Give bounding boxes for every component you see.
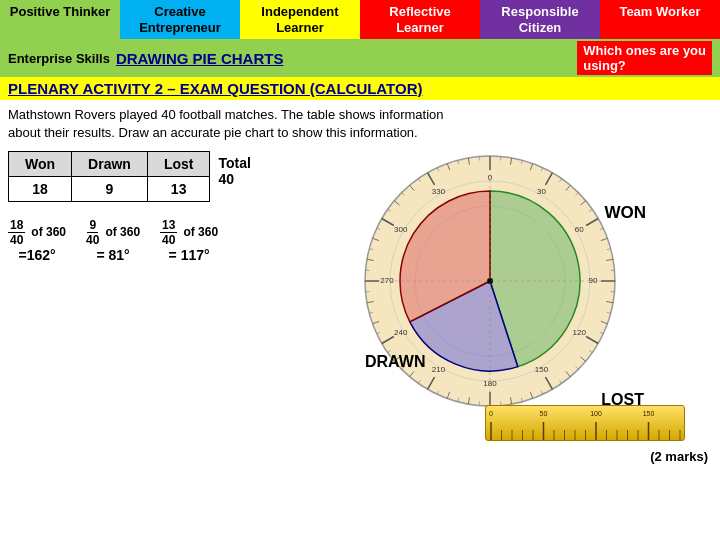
val-lost: 13 bbox=[147, 176, 210, 201]
svg-text:330: 330 bbox=[432, 186, 446, 195]
protractor-section: 0306090120150180210240270300330 WON DRAW… bbox=[298, 151, 712, 441]
col-drawn: Drawn bbox=[72, 151, 148, 176]
svg-text:150: 150 bbox=[535, 365, 549, 374]
result-won: =162° bbox=[18, 247, 55, 263]
tab-creative-label: Creative Entrepreneur bbox=[139, 4, 221, 35]
tab-positive-label: Positive Thinker bbox=[10, 4, 110, 19]
svg-text:150: 150 bbox=[643, 410, 655, 417]
ruler-svg: 050100150 bbox=[486, 406, 685, 441]
result-lost: = 117° bbox=[169, 247, 210, 263]
tab-independent-label: Independent Learner bbox=[261, 4, 338, 35]
svg-text:0: 0 bbox=[488, 173, 493, 182]
drawn-label: DRAWN bbox=[365, 353, 425, 371]
fraction-won: 18 40 bbox=[8, 218, 25, 247]
frac-won-num: 18 bbox=[8, 218, 25, 233]
of-won: of 360 bbox=[31, 225, 66, 239]
plenary-bar: PLENARY ACTIVITY 2 – EXAM QUESTION (CALC… bbox=[0, 77, 720, 100]
result-drawn: = 81° bbox=[96, 247, 129, 263]
tab-responsible[interactable]: Responsible Citizen bbox=[480, 0, 600, 39]
svg-text:180: 180 bbox=[483, 379, 497, 388]
tab-creative[interactable]: Creative Entrepreneur bbox=[120, 0, 240, 39]
col-lost: Lost bbox=[147, 151, 210, 176]
col-won: Won bbox=[9, 151, 72, 176]
enterprise-bar: Enterprise Skills DRAWING PIE CHARTS Whi… bbox=[0, 39, 720, 77]
of-drawn: of 360 bbox=[105, 225, 140, 239]
tab-reflective-label: Reflective Learner bbox=[389, 4, 450, 35]
description-line1: Mathstown Rovers played 40 football matc… bbox=[8, 107, 444, 122]
calc-drawn: 9 40 of 360 = 81° bbox=[86, 218, 140, 263]
header-tabs: Positive Thinker Creative Entrepreneur I… bbox=[0, 0, 720, 39]
total-header: Total bbox=[218, 155, 250, 171]
svg-text:90: 90 bbox=[589, 276, 598, 285]
calc-lost: 13 40 of 360 = 117° bbox=[160, 218, 218, 263]
fraction-lost: 13 40 bbox=[160, 218, 177, 247]
description-line2: about their results. Draw an accurate pi… bbox=[8, 125, 418, 140]
total-value: 40 bbox=[218, 171, 234, 187]
val-drawn: 9 bbox=[72, 176, 148, 201]
results-table: Won Drawn Lost 18 9 13 bbox=[8, 151, 210, 202]
fraction-drawn: 9 40 bbox=[86, 218, 99, 247]
frac-drawn-num: 9 bbox=[87, 218, 98, 233]
enterprise-label: Enterprise Skills bbox=[8, 51, 110, 66]
ruler: 050100150 bbox=[485, 405, 685, 441]
svg-text:30: 30 bbox=[537, 186, 546, 195]
frac-lost-num: 13 bbox=[160, 218, 177, 233]
tab-positive[interactable]: Positive Thinker bbox=[0, 0, 120, 39]
calc-section: 18 40 of 360 =162° 9 40 of 360 = 81° bbox=[8, 218, 288, 263]
svg-text:0: 0 bbox=[489, 410, 493, 417]
val-won: 18 bbox=[9, 176, 72, 201]
svg-text:210: 210 bbox=[432, 365, 446, 374]
marks-footer: (2 marks) bbox=[0, 445, 720, 468]
tab-reflective[interactable]: Reflective Learner bbox=[360, 0, 480, 39]
svg-text:270: 270 bbox=[380, 276, 394, 285]
drawing-title: DRAWING PIE CHARTS bbox=[116, 50, 567, 67]
tab-team[interactable]: Team Worker bbox=[600, 0, 720, 39]
of-lost: of 360 bbox=[183, 225, 218, 239]
svg-text:60: 60 bbox=[575, 224, 584, 233]
tab-team-label: Team Worker bbox=[619, 4, 700, 19]
frac-drawn-den: 40 bbox=[86, 233, 99, 247]
marks-text: (2 marks) bbox=[650, 449, 708, 464]
tab-independent[interactable]: Independent Learner bbox=[240, 0, 360, 39]
description: Mathstown Rovers played 40 football matc… bbox=[0, 100, 720, 146]
table-section: Won Drawn Lost 18 9 13 Total 40 bbox=[8, 151, 288, 441]
main-content: Won Drawn Lost 18 9 13 Total 40 bbox=[0, 147, 720, 445]
calc-won: 18 40 of 360 =162° bbox=[8, 218, 66, 263]
plenary-title: PLENARY ACTIVITY 2 – EXAM QUESTION (CALC… bbox=[8, 80, 422, 97]
svg-text:100: 100 bbox=[590, 410, 602, 417]
won-label: WON bbox=[604, 203, 646, 223]
svg-text:300: 300 bbox=[394, 224, 408, 233]
svg-text:240: 240 bbox=[394, 327, 408, 336]
frac-lost-den: 40 bbox=[162, 233, 175, 247]
frac-won-den: 40 bbox=[10, 233, 23, 247]
svg-text:120: 120 bbox=[573, 327, 587, 336]
svg-text:50: 50 bbox=[540, 410, 548, 417]
tab-responsible-label: Responsible Citizen bbox=[501, 4, 578, 35]
protractor-svg: 0306090120150180210240270300330 bbox=[360, 151, 620, 411]
which-ones-label: Which ones are youusing? bbox=[577, 41, 712, 75]
